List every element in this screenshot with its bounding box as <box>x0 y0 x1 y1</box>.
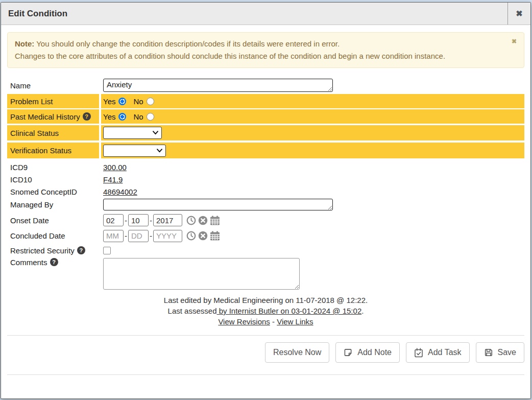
calendar-icon[interactable] <box>210 216 220 225</box>
pmh-yes-label: Yes <box>103 112 115 121</box>
save-button[interactable]: Save <box>476 342 524 363</box>
name-label: Name <box>10 81 31 90</box>
row-verification-status: Verification Status <box>7 143 524 158</box>
help-icon[interactable]: ? <box>83 112 91 121</box>
row-comments: Comments ? <box>7 257 524 290</box>
dialog-body: Note: You should only change the conditi… <box>1 25 530 375</box>
onset-date-label: Onset Date <box>10 216 49 225</box>
past-medical-history-label: Past Medical History <box>10 112 80 121</box>
condition-form: Name Anxiety Problem List Yes No <box>7 78 524 290</box>
icd9-label: ICD9 <box>10 163 28 172</box>
dialog-header: Edit Condition ✖ <box>1 3 530 25</box>
row-icd9: ICD9 300.00 <box>7 161 524 173</box>
last-assessed-link[interactable]: by Internist Butler on 03-01-2024 @ 15:0… <box>216 307 361 315</box>
note-line-2: Changes to the core attributes of a cond… <box>15 50 503 62</box>
problem-list-no-label: No <box>133 97 143 106</box>
row-problem-list: Problem List Yes No <box>7 94 524 108</box>
pmh-no-label: No <box>133 112 143 121</box>
name-input[interactable]: Anxiety <box>103 79 333 92</box>
help-icon[interactable]: ? <box>77 246 85 254</box>
note-prefix: Note: <box>15 39 34 48</box>
save-icon <box>484 348 493 357</box>
dialog-close-button[interactable]: ✖ <box>507 3 530 25</box>
row-onset-date: Onset Date - - <box>7 213 524 228</box>
problem-list-no-radio[interactable] <box>147 98 154 105</box>
pmh-no-radio[interactable] <box>147 113 154 121</box>
help-icon[interactable]: ? <box>50 258 58 266</box>
calendar-check-icon <box>414 348 423 358</box>
snomed-code-link[interactable]: 48694002 <box>103 187 137 196</box>
view-links-line: View Revisions - View Links <box>7 316 524 327</box>
note-line-1: Note: You should only change the conditi… <box>15 38 503 50</box>
restricted-security-label: Restricted Security <box>10 246 75 255</box>
managed-by-input[interactable] <box>103 199 333 210</box>
view-links-link[interactable]: View Links <box>277 317 313 326</box>
problem-list-label: Problem List <box>10 97 53 106</box>
close-icon: ✖ <box>516 9 522 18</box>
concluded-day-input[interactable] <box>128 230 149 242</box>
comments-textarea[interactable] <box>103 258 300 290</box>
row-icd10: ICD10 F41.9 <box>7 173 524 185</box>
icd9-code-link[interactable]: 300.00 <box>103 163 127 172</box>
view-revisions-link[interactable]: View Revisions <box>218 317 270 326</box>
snomed-label: Snomed ConceptID <box>10 187 77 196</box>
row-restricted-security: Restricted Security ? <box>7 244 524 257</box>
onset-year-input[interactable] <box>153 214 182 226</box>
note-icon <box>344 348 353 357</box>
add-task-button[interactable]: Add Task <box>406 342 470 363</box>
divider <box>7 374 524 375</box>
row-name: Name Anxiety <box>7 78 524 93</box>
pmh-yes-radio[interactable] <box>118 113 126 121</box>
clinical-status-select[interactable] <box>103 127 162 139</box>
clear-date-icon[interactable] <box>198 216 208 225</box>
clinical-status-label: Clinical Status <box>10 129 59 137</box>
managed-by-label: Managed By <box>10 200 53 209</box>
concluded-year-input[interactable] <box>153 230 182 242</box>
icd10-label: ICD10 <box>10 175 32 184</box>
note-banner: Note: You should only change the conditi… <box>7 32 524 68</box>
onset-month-input[interactable] <box>103 214 124 226</box>
note-dismiss-icon[interactable]: ✖ <box>512 38 517 44</box>
row-clinical-status: Clinical Status <box>7 125 524 140</box>
add-note-button[interactable]: Add Note <box>335 342 400 363</box>
calendar-icon[interactable] <box>210 231 220 241</box>
concluded-month-input[interactable] <box>103 230 124 242</box>
last-edited-text: Last edited by Medical Engineering on 11… <box>7 295 524 305</box>
edit-condition-dialog: Edit Condition ✖ Note: You should only c… <box>1 2 531 399</box>
row-managed-by: Managed By <box>7 198 524 211</box>
row-snomed: Snomed ConceptID 48694002 <box>7 185 524 198</box>
verification-status-label: Verification Status <box>10 146 71 155</box>
concluded-date-label: Concluded Date <box>10 231 65 240</box>
clear-date-icon[interactable] <box>198 231 208 241</box>
row-past-medical-history: Past Medical History ? Yes No <box>7 109 524 124</box>
verification-status-select[interactable] <box>103 145 166 157</box>
comments-label: Comments <box>10 258 47 267</box>
problem-list-yes-radio[interactable] <box>118 98 126 105</box>
divider <box>7 335 524 336</box>
action-bar: Resolve Now Add Note Add Task Save <box>7 342 524 363</box>
icd10-code-link[interactable]: F41.9 <box>103 175 123 184</box>
dialog-title: Edit Condition <box>1 3 507 25</box>
onset-day-input[interactable] <box>128 214 149 226</box>
problem-list-yes-label: Yes <box>103 97 115 106</box>
restricted-security-checkbox[interactable] <box>103 247 111 254</box>
row-concluded-date: Concluded Date - - <box>7 228 524 244</box>
audit-info: Last edited by Medical Engineering on 11… <box>7 295 524 327</box>
clock-icon[interactable] <box>186 216 196 225</box>
clock-icon[interactable] <box>186 231 196 241</box>
last-assessed-text: Last assessed by Internist Butler on 03-… <box>7 305 524 316</box>
resolve-now-button[interactable]: Resolve Now <box>265 342 329 363</box>
